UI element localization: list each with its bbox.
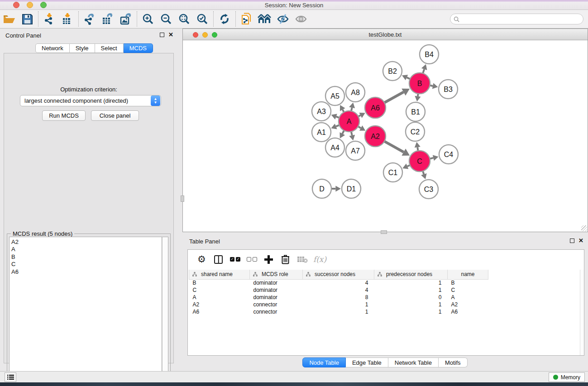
graph-node-B1[interactable]: B1 (406, 102, 425, 121)
task-history-button[interactable] (5, 372, 16, 382)
table-cell[interactable]: 1 (303, 301, 374, 308)
hide-selection-button[interactable] (274, 11, 292, 27)
tab-node-table[interactable]: Node Table (302, 357, 346, 367)
criterion-dropdown[interactable]: largest connected component (directed) ▲… (20, 95, 161, 106)
memory-button[interactable]: Memory (549, 372, 585, 382)
open-file-button[interactable] (0, 11, 18, 27)
graph-node-B4[interactable]: B4 (420, 45, 439, 64)
graph-node-A[interactable]: A (339, 111, 359, 132)
graph-node-D1[interactable]: D1 (342, 179, 361, 198)
tab-motifs[interactable]: Motifs (439, 357, 468, 367)
graph-node-A2[interactable]: A2 (365, 126, 386, 147)
table-cell[interactable]: A2 (448, 301, 488, 308)
table-cell[interactable]: 0 (374, 294, 448, 301)
table-cell[interactable]: 4 (303, 279, 374, 286)
horizontal-scroll-thumb[interactable] (381, 230, 387, 234)
tab-select[interactable]: Select (95, 43, 124, 53)
table-cell[interactable]: connector (250, 301, 303, 308)
column-header[interactable]: successor nodes (303, 270, 374, 279)
tab-network[interactable]: Network (35, 43, 70, 53)
graph-node-B[interactable]: B (409, 73, 430, 94)
column-header[interactable]: MCDS role (250, 270, 303, 279)
first-neighbors-button[interactable] (256, 11, 274, 27)
table-cell[interactable]: A6 (448, 308, 488, 315)
close-table-panel-icon[interactable]: ✕ (578, 238, 583, 243)
deselect-all-columns-button[interactable] (244, 251, 260, 267)
table-cell[interactable]: A (189, 294, 250, 301)
zoom-in-button[interactable] (139, 11, 157, 27)
float-table-panel-icon[interactable] (570, 238, 574, 243)
table-cell[interactable]: 1 (374, 279, 448, 286)
network-from-selection-button[interactable] (238, 11, 256, 27)
graph-node-A4[interactable]: A4 (325, 138, 344, 157)
table-cell[interactable]: 1 (374, 301, 448, 308)
graph-node-A1[interactable]: A1 (312, 123, 331, 142)
table-cell[interactable]: B (189, 279, 250, 286)
import-table-button[interactable] (58, 11, 76, 27)
mcds-result-item[interactable]: B (11, 253, 162, 261)
export-table-button[interactable] (99, 11, 117, 27)
tab-network-table[interactable]: Network Table (388, 357, 439, 367)
export-network-button[interactable] (81, 11, 99, 27)
tab-edge-table[interactable]: Edge Table (346, 357, 388, 367)
search-field[interactable] (450, 14, 583, 24)
table-settings-button[interactable]: ⚙ (193, 251, 210, 267)
table-column-mode-button[interactable] (210, 251, 227, 267)
graph-node-A7[interactable]: A7 (346, 141, 365, 160)
search-input[interactable] (461, 16, 583, 22)
table-cell[interactable]: 4 (303, 286, 374, 294)
table-cell[interactable]: 1 (374, 308, 448, 315)
run-mcds-button[interactable]: Run MCDS (42, 110, 86, 121)
function-builder-button[interactable]: f(x) (311, 251, 327, 267)
graph-node-B2[interactable]: B2 (383, 62, 402, 81)
table-row[interactable]: Adominator80A (189, 294, 488, 301)
graph-node-C2[interactable]: C2 (406, 122, 425, 141)
refresh-button[interactable] (215, 11, 234, 27)
graph-node-C4[interactable]: C4 (439, 145, 458, 164)
table-cell[interactable]: A (448, 294, 488, 301)
table-cell[interactable]: 8 (303, 294, 374, 301)
network-canvas[interactable]: B4B2BB3A5A8A6A3B1AC2A1A2A4A7C4CC1C3DD1 (183, 41, 587, 231)
table-cell[interactable]: A6 (189, 308, 250, 315)
column-header[interactable]: shared name (189, 270, 250, 279)
table-cell[interactable]: C (448, 286, 488, 294)
graph-node-C[interactable]: C (409, 151, 430, 172)
mcds-result-item[interactable]: C (11, 261, 162, 268)
select-all-columns-button[interactable]: ✓✓ (227, 251, 244, 267)
table-cell[interactable]: A2 (189, 301, 250, 308)
save-session-button[interactable] (18, 11, 36, 27)
network-window-titlebar[interactable]: testGlobe.txt (183, 29, 588, 40)
graph-node-D[interactable]: D (312, 179, 331, 198)
import-network-button[interactable] (40, 11, 58, 27)
zoom-out-button[interactable] (157, 11, 175, 27)
graph-node-A8[interactable]: A8 (346, 83, 365, 102)
vertical-scroll-thumb[interactable] (181, 195, 184, 202)
zoom-selected-button[interactable] (193, 11, 211, 27)
close-panel-button[interactable]: Close panel (91, 110, 139, 121)
table-row[interactable]: Cdominator41C (189, 286, 488, 294)
column-header[interactable]: name (448, 270, 488, 279)
mcds-result-scrollbar[interactable] (162, 237, 168, 385)
graph-node-C3[interactable]: C3 (419, 180, 438, 199)
table-cell[interactable]: dominator (250, 279, 303, 286)
graph-node-A3[interactable]: A3 (312, 102, 331, 121)
graph-node-A6[interactable]: A6 (365, 97, 386, 118)
mcds-result-item[interactable]: A6 (11, 268, 162, 276)
mcds-result-item[interactable]: A (11, 246, 162, 253)
zoom-fit-button[interactable] (175, 11, 193, 27)
window-resize-handle[interactable] (581, 225, 587, 231)
tab-style[interactable]: Style (70, 43, 95, 53)
delete-table-button[interactable] (294, 251, 311, 267)
table-row[interactable]: A2connector11A2 (189, 301, 488, 308)
close-panel-icon[interactable]: ✕ (168, 33, 173, 37)
add-column-button[interactable] (260, 251, 277, 267)
float-panel-icon[interactable] (160, 33, 164, 37)
table-cell[interactable]: C (189, 286, 250, 294)
table-row[interactable]: Bdominator41B (189, 279, 488, 286)
table-cell[interactable]: 1 (303, 308, 374, 315)
table-cell[interactable]: dominator (250, 294, 303, 301)
table-cell[interactable]: dominator (250, 286, 303, 294)
graph-node-A5[interactable]: A5 (325, 86, 344, 105)
mcds-result-item[interactable]: A2 (11, 238, 162, 246)
graph-node-B3[interactable]: B3 (439, 80, 458, 99)
